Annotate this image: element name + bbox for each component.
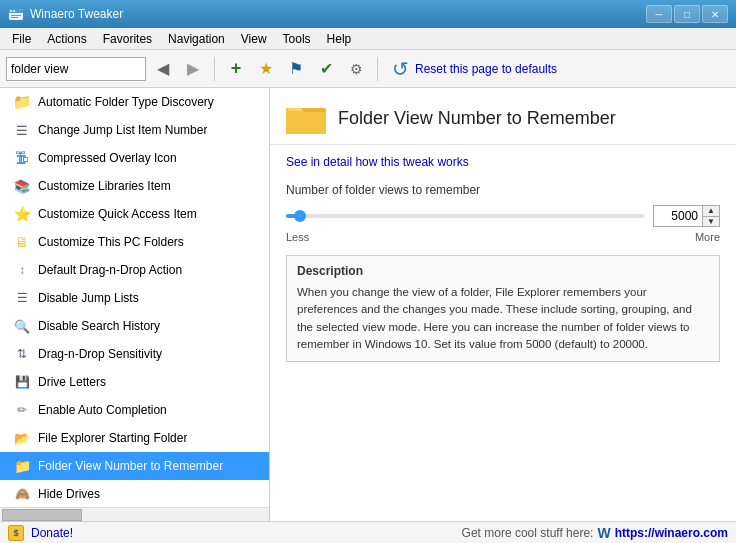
sidebar-label: Default Drag-n-Drop Action [38,263,182,277]
menu-navigation[interactable]: Navigation [160,30,233,48]
sidebar-label: Drag-n-Drop Sensitivity [38,347,162,361]
sidebar-item-default-drag[interactable]: ↕ Default Drag-n-Drop Action [0,256,269,284]
description-text: When you change the view of a folder, Fi… [297,284,709,353]
donate-icon: $ [8,525,24,541]
number-input-group: ▲ ▼ [653,205,720,227]
libraries-icon: 📚 [12,176,32,196]
menu-favorites[interactable]: Favorites [95,30,160,48]
main-area: 📁 Automatic Folder Type Discovery ☰ Chan… [0,88,736,521]
svg-point-2 [10,10,12,12]
close-button[interactable]: ✕ [702,5,728,23]
menu-actions[interactable]: Actions [39,30,94,48]
sidebar-item-file-explorer-folder[interactable]: 📂 File Explorer Starting Folder [0,424,269,452]
apply-button[interactable]: ✔ [313,56,339,82]
spinners: ▲ ▼ [702,206,719,226]
spinner-down[interactable]: ▼ [703,217,719,227]
folder-view-icon: 📁 [12,456,32,476]
sidebar-item-drag-sensitivity[interactable]: ⇅ Drag-n-Drop Sensitivity [0,340,269,368]
hide-icon: 🙈 [12,484,32,504]
slider-track[interactable] [286,214,645,218]
slider-max-label: More [695,231,720,243]
sidebar-item-enable-autocomplete[interactable]: ✏ Enable Auto Completion [0,396,269,424]
settings-button[interactable]: ⚙ [343,56,369,82]
search-box [6,57,146,81]
winaero-w-icon: W [597,525,610,541]
sidebar-label: Disable Search History [38,319,160,333]
slider-container: ▲ ▼ [286,205,720,227]
menu-view[interactable]: View [233,30,275,48]
spinner-up[interactable]: ▲ [703,206,719,217]
svg-rect-5 [11,17,18,18]
add-button[interactable]: + [223,56,249,82]
reset-link[interactable]: Reset this page to defaults [415,62,557,76]
sidebar-item-customize-libraries[interactable]: 📚 Customize Libraries Item [0,172,269,200]
svg-rect-8 [286,111,326,134]
window-title: Winaero Tweaker [30,7,646,21]
menu-file[interactable]: File [4,30,39,48]
window-controls: ─ □ ✕ [646,5,728,23]
panel-header: Folder View Number to Remember [270,88,736,145]
sidebar-item-disable-jumplists[interactable]: ☰ Disable Jump Lists [0,284,269,312]
thispc-icon: 🖥 [12,232,32,252]
reset-icon: ↺ [392,57,409,81]
statusbar-text: Get more cool stuff here: [462,526,594,540]
maximize-button[interactable]: □ [674,5,700,23]
panel-folder-icon [286,100,326,136]
slider-label: Number of folder views to remember [286,183,720,197]
slider-thumb[interactable] [294,210,306,222]
forward-button[interactable]: ▶ [180,56,206,82]
donate-label[interactable]: Donate! [31,526,73,540]
right-panel: Folder View Number to Remember See in de… [270,88,736,521]
sidebar-item-thispc[interactable]: 🖥 Customize This PC Folders [0,228,269,256]
sidebar: 📁 Automatic Folder Type Discovery ☰ Chan… [0,88,270,521]
sidebar-label: Customize Libraries Item [38,179,171,193]
favorites-button[interactable]: ★ [253,56,279,82]
detail-link[interactable]: See in detail how this tweak works [286,155,469,169]
sidebar-item-drive-letters[interactable]: 💾 Drive Letters [0,368,269,396]
search-input[interactable] [7,60,127,78]
sidebar-scroll[interactable]: 📁 Automatic Folder Type Discovery ☰ Chan… [0,88,269,507]
slider-min-label: Less [286,231,309,243]
panel-title: Folder View Number to Remember [338,108,616,129]
minimize-button[interactable]: ─ [646,5,672,23]
statusbar: $ Donate! Get more cool stuff here: W ht… [0,521,736,543]
toolbar-separator-2 [377,57,378,81]
sidebar-item-compressed[interactable]: 🗜 Compressed Overlay Icon [0,144,269,172]
toolbar-right: ↺ Reset this page to defaults [392,57,557,81]
panel-content: See in detail how this tweak works Numbe… [270,145,736,521]
description-title: Description [297,264,709,278]
back-button[interactable]: ◀ [150,56,176,82]
statusbar-right: Get more cool stuff here: W https://wina… [462,525,728,541]
toolbar: ◀ ▶ + ★ ⚑ ✔ ⚙ ↺ Reset this page to defau… [0,50,736,88]
sidebar-label: Customize This PC Folders [38,235,184,249]
scrollbar-thumb[interactable] [2,509,82,521]
list-icon: ☰ [12,120,32,140]
sidebar-label: Customize Quick Access Item [38,207,197,221]
menu-help[interactable]: Help [319,30,360,48]
star-icon: ⭐ [12,204,32,224]
titlebar: Winaero Tweaker ─ □ ✕ [0,0,736,28]
app-icon [8,6,24,22]
horizontal-scrollbar[interactable] [0,507,269,521]
svg-rect-4 [11,15,21,16]
sidebar-label: Change Jump List Item Number [38,123,207,137]
bookmark-button[interactable]: ⚑ [283,56,309,82]
menu-tools[interactable]: Tools [275,30,319,48]
number-input[interactable] [654,209,702,223]
sidebar-item-hide-drives[interactable]: 🙈 Hide Drives [0,480,269,507]
sidebar-item-jump-list[interactable]: ☰ Change Jump List Item Number [0,116,269,144]
donate-area[interactable]: $ Donate! [8,525,73,541]
sidebar-label: Automatic Folder Type Discovery [38,95,214,109]
drive-icon: 💾 [12,372,32,392]
sidebar-item-auto-folder[interactable]: 📁 Automatic Folder Type Discovery [0,88,269,116]
winaero-link[interactable]: https://winaero.com [615,526,728,540]
folder-icon: 📁 [12,92,32,112]
sidebar-item-folder-view-number[interactable]: 📁 Folder View Number to Remember [0,452,269,480]
autocomplete-icon: ✏ [12,400,32,420]
jumplists-icon: ☰ [12,288,32,308]
sidebar-item-quickaccess[interactable]: ⭐ Customize Quick Access Item [0,200,269,228]
sidebar-label: Disable Jump Lists [38,291,139,305]
sidebar-label: Hide Drives [38,487,100,501]
search-history-icon: 🔍 [12,316,32,336]
sidebar-item-disable-search-history[interactable]: 🔍 Disable Search History [0,312,269,340]
